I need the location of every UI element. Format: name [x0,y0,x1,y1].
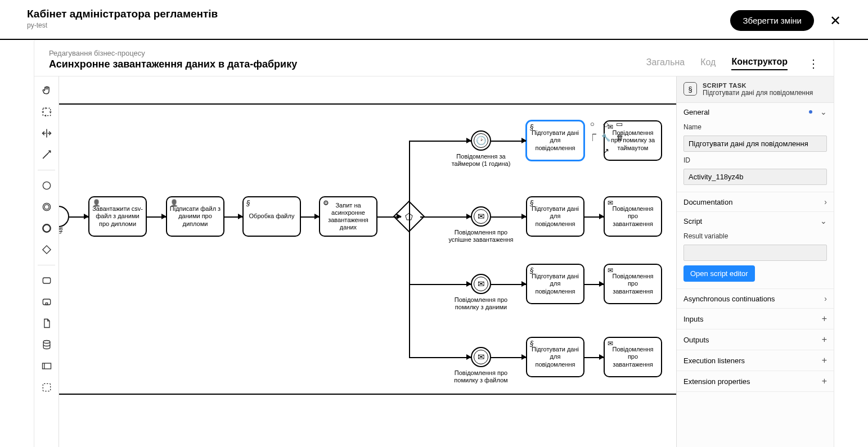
tool-palette [34,76,59,447]
id-input[interactable] [683,169,827,185]
section-title: Outputs [683,336,709,344]
svg-point-1 [43,182,50,189]
start-event[interactable] [59,206,69,227]
msg-event-file-error-label: Повідомлення про помилку з файлом [447,369,515,384]
props-header: § SCRIPT TASK Підготувати дані для повід… [677,76,834,103]
task-label: Завантажити csv-файл з даними про диплом… [92,205,143,228]
plus-icon[interactable]: + [822,314,827,324]
section-general-header[interactable]: General ⌄ [677,103,834,121]
project-name: py-test [27,21,218,29]
section-async[interactable]: Asynchronous continuations › [677,289,834,309]
plus-icon[interactable]: + [822,376,827,386]
section-title: Inputs [683,315,703,323]
task-process-file[interactable]: Обробка файлу [242,196,301,237]
ctx-event-icon[interactable]: ○ [587,118,598,129]
properties-panel: § SCRIPT TASK Підготувати дані для повід… [676,76,834,447]
app-title: Кабінет адміністратора регламентів [27,8,218,20]
task-label: Підготувати дані для повідомлення [529,346,581,368]
section-script: Script ⌄ Result variable Open script edi… [677,212,834,289]
task-prep-data-error[interactable]: Підготувати дані для повідомлення [526,264,584,304]
context-pad: ○ ◇ ▭ ⎾ 🔧 🗑 ↗ [587,118,625,156]
msg-event-success-label: Повідомлення про успішне завантаження [447,229,515,243]
element-name-label: Підготувати дані для повідомлення [703,89,813,97]
msg-event-data-error[interactable]: ✉ [471,274,491,294]
section-title: Extension properties [683,377,750,386]
task-prep-timeout[interactable]: Підготувати дані для повідомлення [526,120,584,161]
chevron-right-icon: › [824,197,827,206]
start-event-icon[interactable] [38,177,55,194]
svg-rect-10 [42,363,51,369]
msg-event-file-error[interactable]: ✉ [471,347,491,367]
task-prep-success[interactable]: Підготувати дані для повідомлення [526,196,584,237]
tab-code[interactable]: Код [700,57,716,70]
section-inputs[interactable]: Inputs + [677,309,834,329]
timer-event-label: Повідомлення за таймером (1 година) [447,153,515,168]
task-notify-file-error[interactable]: Повідомлення про завантаження [604,337,662,377]
editor: чато Завантажити csv-файл з даними про д… [34,76,834,447]
breadcrumb: Редагування бізнес-процесу [49,49,297,57]
data-store-icon[interactable] [38,336,55,353]
intermediate-event-icon[interactable] [38,198,55,215]
bpmn-canvas[interactable]: чато Завантажити csv-файл з даними про д… [59,76,676,447]
ctx-gateway-icon[interactable]: ◇ [600,118,611,129]
ctx-connect-icon[interactable]: ↗ [600,145,611,156]
group-icon[interactable] [38,379,55,396]
tab-builder[interactable]: Конструктор [731,57,788,70]
close-icon[interactable]: ✕ [830,13,841,29]
task-async-request[interactable]: Запит на асинхронне завантаження даних [319,196,377,237]
svg-rect-6 [43,278,50,283]
hand-tool-icon[interactable] [38,82,55,99]
section-general: General ⌄ Name ID [677,103,834,192]
top-bar: Кабінет адміністратора регламентів py-te… [0,0,868,40]
element-type-label: SCRIPT TASK [703,82,813,89]
end-event-icon[interactable] [38,220,55,237]
tab-general[interactable]: Загальна [646,57,685,70]
chevron-down-icon: ⌄ [820,107,827,116]
task-notify-data-error[interactable]: Повідомлення про завантаження [604,264,662,304]
save-button[interactable]: Зберегти зміни [730,10,814,31]
task-prep-file-error[interactable]: Підготувати дані для повідомлення [526,337,584,377]
connect-tool-icon[interactable] [38,146,55,163]
task-label: Підписати файл з даними про дипломи [169,205,221,228]
task-icon[interactable] [38,272,55,289]
task-label: Запит на асинхронне завантаження даних [322,202,374,232]
task-label: Підготувати дані для повідомлення [529,273,581,295]
pool-icon[interactable] [38,358,55,374]
ctx-delete-icon[interactable]: 🗑 [614,132,625,143]
subprocess-icon[interactable] [38,294,55,310]
plus-icon[interactable]: + [822,335,827,345]
task-upload-csv[interactable]: Завантажити csv-файл з даними про диплом… [88,196,147,237]
task-label: Повідомлення про завантаження [607,205,659,228]
space-tool-icon[interactable] [38,125,55,142]
msg-event-success[interactable]: ✉ [471,206,491,227]
section-script-header[interactable]: Script ⌄ [677,212,834,230]
name-input[interactable] [683,136,827,152]
section-title: Asynchronous continuations [683,295,775,303]
svg-point-9 [43,341,50,344]
section-outputs[interactable]: Outputs + [677,329,834,350]
task-sign-file[interactable]: Підписати файл з даними про дипломи [166,196,224,237]
svg-rect-0 [43,108,50,115]
gateway-icon[interactable] [38,241,55,258]
ctx-wrench-icon[interactable]: 🔧 [600,132,611,143]
open-script-editor-button[interactable]: Open script editor [683,265,755,282]
timer-event[interactable]: 🕑 [471,130,491,151]
more-menu-icon[interactable]: ⋮ [808,57,819,70]
result-var-input[interactable] [683,245,827,261]
task-label: Повідомлення про завантаження [607,273,659,295]
task-label: Підготувати дані для повідомлення [529,129,581,152]
ctx-task-icon[interactable]: ▭ [614,118,625,129]
section-ext-props[interactable]: Extension properties + [677,371,834,392]
section-exec-listeners[interactable]: Execution listeners + [677,350,834,371]
ctx-annotation-icon[interactable]: ⎾ [587,132,598,143]
section-documentation[interactable]: Documentation › [677,192,834,212]
task-label: Повідомлення про завантаження [607,346,659,368]
script-task-type-icon: § [683,82,697,96]
task-notify-success[interactable]: Повідомлення про завантаження [604,196,662,237]
section-title: Execution listeners [683,356,745,365]
data-object-icon[interactable] [38,315,55,332]
process-title: Асинхронне завантаження даних в дата-фаб… [49,58,297,70]
lasso-tool-icon[interactable] [38,103,55,120]
plus-icon[interactable]: + [822,355,827,365]
svg-rect-5 [42,246,50,254]
